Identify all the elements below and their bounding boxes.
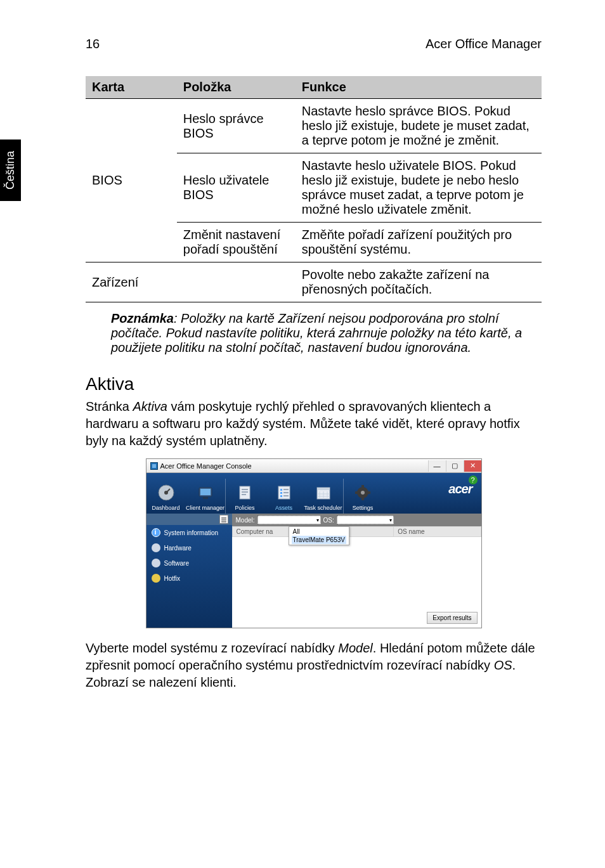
- svg-rect-11: [280, 489, 282, 491]
- sidebar-item-software[interactable]: Software: [146, 555, 232, 571]
- hardware-icon: [152, 543, 160, 552]
- note-paragraph: Poznámka: Položky na kartě Zařízení nejs…: [111, 311, 542, 355]
- sidebar-item-hotfix[interactable]: Hotfix: [146, 571, 232, 586]
- cell: Změnit nastavení pořadí spouštění: [177, 223, 296, 262]
- sidebar-item-label: Software: [164, 560, 189, 567]
- brand-logo: acer: [448, 482, 472, 496]
- chevron-down-icon: ▾: [316, 517, 319, 523]
- svg-rect-27: [361, 497, 364, 500]
- th-funkce: Funkce: [296, 76, 542, 99]
- ribbon-policies[interactable]: Policies: [225, 479, 264, 514]
- window-minimize-button[interactable]: —: [428, 460, 446, 472]
- dashboard-icon: [156, 483, 176, 503]
- window-titlebar: Acer Office Manager Console — ▢ ✕: [146, 459, 481, 473]
- sidebar-item-label: Hardware: [164, 545, 192, 552]
- section-heading-aktiva: Aktiva: [86, 374, 542, 394]
- dropdown-option-all[interactable]: All: [292, 528, 346, 536]
- model-dropdown[interactable]: ▾: [257, 515, 321, 524]
- ribbon-label: Task scheduler: [304, 505, 343, 511]
- page-number: 16: [86, 37, 100, 51]
- cell: Nastavte heslo uživatele BIOS. Pokud hes…: [296, 153, 542, 223]
- th-os-name[interactable]: OS name: [394, 527, 481, 537]
- svg-rect-15: [280, 495, 282, 497]
- assets-icon: [274, 483, 294, 503]
- sidebar-item-label: System information: [164, 529, 219, 536]
- svg-rect-14: [283, 492, 289, 493]
- gear-icon: [353, 483, 373, 503]
- chevron-down-icon: ▾: [389, 517, 392, 523]
- software-icon: [152, 559, 160, 567]
- svg-rect-9: [242, 494, 246, 495]
- table-row: BIOS Heslo správce BIOS Nastavte heslo s…: [86, 99, 542, 153]
- svg-rect-8: [242, 491, 248, 493]
- ribbon-assets[interactable]: Assets: [264, 479, 304, 514]
- settings-table: Karta Položka Funkce BIOS Heslo správce …: [86, 76, 542, 302]
- main-panel: Model: ▾ OS: ▾ All TravelMate P653V Comp…: [232, 514, 481, 628]
- app-screenshot: Acer Office Manager Console — ▢ ✕ ? acer…: [146, 458, 482, 628]
- ribbon-label: Client manager: [186, 505, 225, 511]
- cell: Změňte pořadí zařízení použitých pro spo…: [296, 223, 542, 262]
- dropdown-option-travelmate[interactable]: TravelMate P653V: [292, 536, 346, 544]
- filter-bar: Model: ▾ OS: ▾: [232, 514, 481, 526]
- svg-rect-5: [203, 497, 208, 499]
- ribbon-settings[interactable]: Settings: [343, 479, 382, 514]
- ribbon-label: Policies: [226, 505, 264, 511]
- svg-rect-18: [317, 488, 330, 490]
- ribbon-label: Settings: [344, 505, 382, 511]
- cell: Heslo správce BIOS: [177, 99, 296, 153]
- window-title: Acer Office Manager Console: [160, 462, 252, 470]
- th-karta: Karta: [86, 76, 177, 99]
- cell-zarizeni: Zařízení: [86, 262, 296, 302]
- sidebar: System information Hardware Software Hot…: [146, 514, 232, 628]
- ribbon-dashboard[interactable]: Dashboard: [146, 479, 186, 514]
- os-filter-label: OS:: [323, 517, 334, 524]
- paragraph-after-image: Vyberte model systému z rozevírací nabíd…: [86, 640, 542, 691]
- window-maximize-button[interactable]: ▢: [446, 460, 464, 472]
- hotfix-icon: [152, 574, 160, 583]
- ribbon-label: Dashboard: [146, 505, 186, 511]
- sidebar-item-label: Hotfix: [164, 575, 181, 582]
- cell: Povolte nebo zakažte zařízení na přenosn…: [296, 262, 542, 302]
- ribbon-client-manager[interactable]: Client manager: [186, 479, 225, 514]
- svg-rect-28: [355, 491, 358, 494]
- policies-icon: [235, 483, 255, 503]
- info-icon: [152, 528, 160, 537]
- ribbon-nav: ? acer Dashboard Client manager Policies…: [146, 473, 481, 514]
- svg-point-25: [361, 491, 365, 495]
- cell: Heslo uživatele BIOS: [177, 153, 296, 223]
- table-row: Zařízení Povolte nebo zakažte zařízení n…: [86, 262, 542, 302]
- document-icon[interactable]: [219, 515, 228, 524]
- sidebar-item-system-information[interactable]: System information: [146, 525, 232, 540]
- model-dropdown-list[interactable]: All TravelMate P653V: [289, 526, 349, 545]
- app-icon: [150, 462, 158, 470]
- svg-rect-26: [361, 485, 364, 488]
- export-results-button[interactable]: Export results: [427, 612, 477, 624]
- sidebar-top-strip: [146, 514, 232, 525]
- cell: Nastavte heslo správce BIOS. Pokud heslo…: [296, 99, 542, 153]
- svg-rect-4: [200, 489, 211, 495]
- svg-rect-12: [283, 489, 289, 490]
- os-dropdown[interactable]: ▾: [337, 515, 394, 524]
- document-header: Acer Office Manager: [426, 37, 542, 51]
- paragraph-before-image: Stránka Aktiva vám poskytuje rychlý přeh…: [86, 398, 542, 450]
- results-table: Computer na Model OS name: [232, 526, 481, 537]
- language-side-tab: Čeština: [0, 139, 21, 201]
- ribbon-label: Assets: [264, 505, 304, 511]
- model-filter-label: Model:: [236, 517, 255, 524]
- calendar-icon: [313, 483, 334, 503]
- svg-rect-7: [242, 489, 248, 490]
- monitor-icon: [195, 483, 216, 503]
- svg-rect-13: [280, 492, 282, 494]
- note-label: Poznámka: [111, 311, 174, 325]
- svg-rect-16: [283, 495, 289, 496]
- window-close-button[interactable]: ✕: [464, 460, 481, 472]
- ribbon-task-scheduler[interactable]: Task scheduler: [304, 479, 343, 514]
- cell-bios: BIOS: [86, 99, 177, 262]
- th-polozka: Položka: [177, 76, 296, 99]
- svg-rect-29: [367, 491, 370, 494]
- sidebar-item-hardware[interactable]: Hardware: [146, 540, 232, 555]
